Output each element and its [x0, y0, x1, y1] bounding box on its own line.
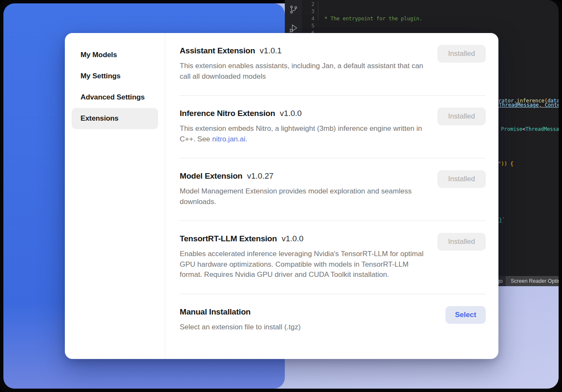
sidebar-item-my-models[interactable]: My Models [72, 44, 158, 66]
extension-row-model: Model Extension v1.0.27 Model Management… [180, 158, 486, 221]
extension-description: Model Management Extension provides mode… [180, 186, 429, 207]
line-number: 3 [302, 8, 314, 15]
nitro-jan-ai-link[interactable]: nitro.jan.ai. [212, 135, 248, 143]
extension-version: v1.0.0 [281, 233, 303, 245]
extension-row-assistant: Assistant Extension v1.0.1 This extensio… [180, 33, 486, 96]
code-line: * The entrypoint for the plugin. [321, 15, 559, 22]
screen: 2 3 4 5 6 * The entrypoint for the plugi… [0, 0, 562, 392]
sidebar-item-my-settings[interactable]: My Settings [72, 66, 158, 87]
extension-description: Enables accelerated inference leveraging… [180, 249, 429, 280]
extension-version: v1.0.27 [247, 170, 273, 182]
source-control-icon[interactable] [285, 0, 302, 19]
settings-sidebar: My Models My Settings Advanced Settings … [65, 33, 165, 359]
extension-row-tensorrt-llm: TensortRT-LLM Extension v1.0.0 Enables a… [180, 221, 486, 294]
code-fragment: Promise<ThreadMessage> [501, 126, 559, 133]
code-fragment: rator.inference(data)); [498, 97, 559, 104]
manual-installation-row: Manual Installation Select an extension … [180, 294, 486, 346]
sidebar-item-label: Advanced Settings [81, 93, 145, 102]
sidebar-item-label: Extensions [81, 114, 119, 123]
sidebar-item-extensions[interactable]: Extensions [72, 108, 158, 129]
settings-modal: My Models My Settings Advanced Settings … [65, 33, 498, 359]
select-file-button[interactable]: Select [445, 306, 486, 324]
extension-version: v1.0.0 [280, 108, 302, 119]
indent-guide [318, 1, 318, 20]
installed-button[interactable]: Installed [437, 170, 486, 188]
installed-button[interactable]: Installed [437, 108, 486, 125]
sidebar-item-label: My Models [81, 51, 117, 59]
code-fragment: ")) { [498, 160, 513, 167]
editor-line-numbers: 2 3 4 5 6 [302, 1, 314, 37]
manual-installation-description: Select an extension file to install (.tg… [180, 322, 429, 333]
extension-name: TensortRT-LLM Extension [180, 233, 277, 245]
screen-reader-status[interactable]: Screen Reader Optimized [506, 276, 559, 286]
sidebar-item-label: My Settings [81, 72, 120, 80]
extension-description: This extension embeds Nitro, a lightweig… [180, 124, 429, 144]
line-number: 4 [302, 15, 314, 22]
extension-row-inference-nitro: Inference Nitro Extension v1.0.0 This ex… [180, 96, 486, 158]
extension-name: Inference Nitro Extension [180, 108, 275, 119]
installed-button[interactable]: Installed [437, 45, 486, 63]
extensions-list: Assistant Extension v1.0.1 This extensio… [165, 33, 498, 359]
extension-version: v1.0.1 [260, 45, 282, 57]
manual-installation-title: Manual Installation [180, 306, 250, 318]
extension-description: This extension enables assistants, inclu… [180, 61, 429, 82]
line-number: 2 [302, 1, 314, 8]
sidebar-item-advanced-settings[interactable]: Advanced Settings [72, 87, 158, 108]
extension-name: Model Extension [180, 170, 242, 182]
installed-button[interactable]: Installed [437, 233, 486, 251]
extension-name: Assistant Extension [180, 45, 255, 57]
line-number: 5 [302, 22, 314, 30]
